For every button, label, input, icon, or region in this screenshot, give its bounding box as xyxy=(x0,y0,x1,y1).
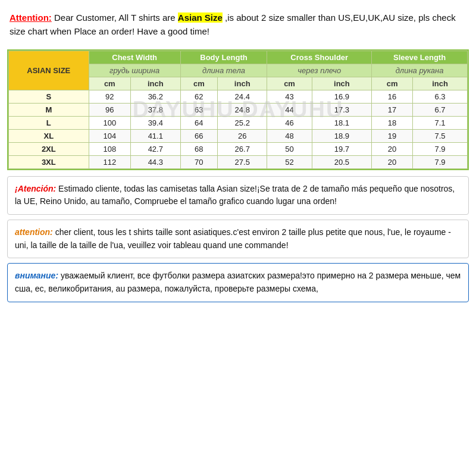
cell-size: L xyxy=(9,116,89,129)
info-label-french: attention: xyxy=(15,227,53,237)
cell-sl-inch: 7.5 xyxy=(413,129,468,142)
cell-cs-inch: 17.3 xyxy=(312,103,371,116)
cell-cw-cm: 96 xyxy=(89,103,130,116)
table-header-row-1: ASIAN SIZE Chest Width Body Length Cross… xyxy=(9,51,468,64)
cell-cs-cm: 48 xyxy=(267,129,312,142)
cell-bl-inch: 26.7 xyxy=(218,142,267,155)
table-row: XL 104 41.1 66 26 48 18.9 19 7.5 xyxy=(9,129,468,142)
table-row: M 96 37.8 63 24.8 44 17.3 17 6.7 xyxy=(9,103,468,116)
col-subheader-body-length: длина тела xyxy=(180,64,267,77)
cell-cs-cm: 46 xyxy=(267,116,312,129)
cell-bl-inch: 25.2 xyxy=(218,116,267,129)
info-text-french: cher client, tous les t shirts taille so… xyxy=(15,227,451,250)
col-header-body-length: Body Length xyxy=(180,51,267,64)
info-box-french: attention: cher client, tous les t shirt… xyxy=(7,220,469,258)
table-row: 3XL 112 44.3 70 27.5 52 20.5 20 7.9 xyxy=(9,155,468,168)
cell-size: S xyxy=(9,90,89,103)
attention-label: Attention: xyxy=(10,12,52,23)
cell-cw-cm: 100 xyxy=(89,116,130,129)
cell-size: 2XL xyxy=(9,142,89,155)
attention-text-1: Dear Customer, All T shirts are xyxy=(54,12,176,23)
table-body: S 92 36.2 62 24.4 43 16.9 16 6.3 M 96 37… xyxy=(9,90,468,168)
cell-cw-cm: 92 xyxy=(89,90,130,103)
cell-cw-inch: 42.7 xyxy=(130,142,180,155)
col-unit-cs-inch: inch xyxy=(312,77,371,90)
cell-cw-cm: 108 xyxy=(89,142,130,155)
col-subheader-sleeve-length: длина рукана xyxy=(372,64,468,77)
cell-cs-cm: 50 xyxy=(267,142,312,155)
col-header-sleeve-length: Sleeve Length xyxy=(372,51,468,64)
cell-cs-cm: 44 xyxy=(267,103,312,116)
page-container: Attention: Dear Customer, All T shirts a… xyxy=(0,0,476,313)
table-row: L 100 39.4 64 25.2 46 18.1 18 7.1 xyxy=(9,116,468,129)
cell-bl-cm: 70 xyxy=(180,155,217,168)
cell-bl-inch: 26 xyxy=(218,129,267,142)
cell-bl-inch: 24.4 xyxy=(218,90,267,103)
cell-bl-inch: 24.8 xyxy=(218,103,267,116)
cell-cw-inch: 39.4 xyxy=(130,116,180,129)
cell-bl-cm: 66 xyxy=(180,129,217,142)
col-subheader-cross-shoulder: через плечо xyxy=(267,64,372,77)
info-boxes-container: ¡Atención: Estimado cliente, todas las c… xyxy=(7,176,469,302)
col-header-chest-width: Chest Width xyxy=(89,51,180,64)
cell-sl-cm: 20 xyxy=(372,142,413,155)
cell-sl-cm: 18 xyxy=(372,116,413,129)
info-label-russian: внимание: xyxy=(15,271,58,280)
cell-sl-inch: 6.3 xyxy=(413,90,468,103)
cell-cw-inch: 41.1 xyxy=(130,129,180,142)
cell-cw-inch: 44.3 xyxy=(130,155,180,168)
cell-sl-cm: 17 xyxy=(372,103,413,116)
cell-size: M xyxy=(9,103,89,116)
col-unit-sl-cm: cm xyxy=(372,77,413,90)
cell-cs-inch: 18.9 xyxy=(312,129,371,142)
cell-bl-cm: 68 xyxy=(180,142,217,155)
col-unit-cw-cm: cm xyxy=(89,77,130,90)
cell-bl-cm: 62 xyxy=(180,90,217,103)
cell-sl-inch: 7.1 xyxy=(413,116,468,129)
col-unit-cs-cm: cm xyxy=(267,77,312,90)
col-unit-bl-cm: cm xyxy=(180,77,217,90)
attention-box: Attention: Dear Customer, All T shirts a… xyxy=(7,6,469,46)
col-unit-bl-inch: inch xyxy=(218,77,267,90)
cell-bl-inch: 27.5 xyxy=(218,155,267,168)
cell-cw-cm: 112 xyxy=(89,155,130,168)
size-table-wrap: DAYUHU DAYUHU ASIAN SIZE Chest Width Bod… xyxy=(7,49,469,170)
col-subheader-chest-width: грудь ширина xyxy=(89,64,180,77)
table-row: S 92 36.2 62 24.4 43 16.9 16 6.3 xyxy=(9,90,468,103)
info-text-spanish: Estimado cliente, todas las camisetas ta… xyxy=(15,184,455,206)
col-unit-sl-inch: inch xyxy=(413,77,468,90)
table-row: 2XL 108 42.7 68 26.7 50 19.7 20 7.9 xyxy=(9,142,468,155)
col-header-cross-shoulder: Cross Shoulder xyxy=(267,51,372,64)
cell-cw-inch: 36.2 xyxy=(130,90,180,103)
cell-sl-cm: 20 xyxy=(372,155,413,168)
cell-cs-inch: 19.7 xyxy=(312,142,371,155)
cell-bl-cm: 63 xyxy=(180,103,217,116)
cell-sl-cm: 19 xyxy=(372,129,413,142)
cell-cs-cm: 43 xyxy=(267,90,312,103)
size-table: ASIAN SIZE Chest Width Body Length Cross… xyxy=(8,51,468,169)
info-label-spanish: ¡Atención: xyxy=(15,184,56,193)
cell-cw-inch: 37.8 xyxy=(130,103,180,116)
cell-sl-inch: 6.7 xyxy=(413,103,468,116)
info-box-spanish: ¡Atención: Estimado cliente, todas las c… xyxy=(7,176,469,215)
cell-cs-inch: 18.1 xyxy=(312,116,371,129)
col-unit-cw-inch: inch xyxy=(130,77,180,90)
cell-cw-cm: 104 xyxy=(89,129,130,142)
cell-sl-inch: 7.9 xyxy=(413,142,468,155)
cell-cs-inch: 20.5 xyxy=(312,155,371,168)
cell-bl-cm: 64 xyxy=(180,116,217,129)
info-box-russian: внимание: уважаемый клиент, все футболки… xyxy=(7,263,469,302)
cell-size: 3XL xyxy=(9,155,89,168)
cell-size: XL xyxy=(9,129,89,142)
cell-sl-inch: 7.9 xyxy=(413,155,468,168)
cell-cs-cm: 52 xyxy=(267,155,312,168)
col-header-asian-size: ASIAN SIZE xyxy=(9,51,89,90)
cell-cs-inch: 16.9 xyxy=(312,90,371,103)
asian-size-highlight: Asian Size xyxy=(178,12,223,23)
cell-sl-cm: 16 xyxy=(372,90,413,103)
info-text-russian: уважаемый клиент, все футболки размера а… xyxy=(15,271,461,293)
